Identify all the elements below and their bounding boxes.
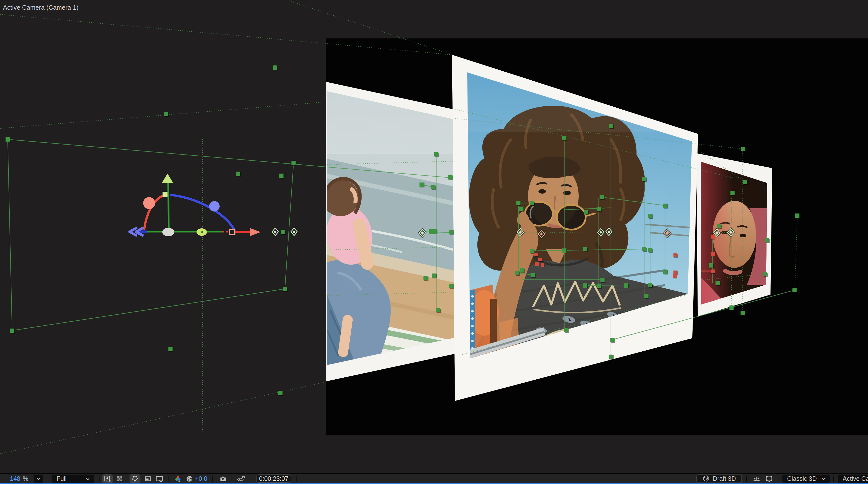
zoom-value[interactable]: 148 xyxy=(10,475,20,482)
layer-handle[interactable] xyxy=(519,206,524,211)
layer-handle[interactable] xyxy=(530,201,534,205)
resolution-menu[interactable]: Full xyxy=(52,474,94,484)
layer-handle[interactable] xyxy=(291,161,296,165)
camera-view-menu[interactable]: Active Came xyxy=(838,474,868,484)
layer-handle[interactable] xyxy=(597,284,601,288)
layer-handle[interactable] xyxy=(429,229,437,233)
layer-handle[interactable] xyxy=(609,355,613,359)
layer-handle-red[interactable] xyxy=(673,274,677,278)
layer-handle-red[interactable] xyxy=(534,253,538,256)
layer-handle[interactable] xyxy=(168,347,173,351)
magnification-value[interactable]: 148 % xyxy=(10,474,28,484)
layer-handle-red[interactable] xyxy=(535,262,539,266)
layer-handle[interactable] xyxy=(236,171,240,176)
layer-handle[interactable] xyxy=(434,152,438,157)
layer-handle[interactable] xyxy=(424,276,428,281)
layer-handle[interactable] xyxy=(283,287,287,291)
layer-handle[interactable] xyxy=(583,283,587,288)
fast-previews-button[interactable] xyxy=(102,474,113,483)
layer-handle[interactable] xyxy=(642,177,646,181)
layer-handle[interactable] xyxy=(795,214,800,218)
layer-handle[interactable] xyxy=(763,272,767,276)
layer-handle[interactable] xyxy=(648,248,652,252)
layer-handle[interactable] xyxy=(420,183,424,187)
layer-handle[interactable] xyxy=(663,269,667,274)
layer-handle[interactable] xyxy=(562,249,566,253)
reset-exposure-button[interactable] xyxy=(185,474,194,483)
layer-handle-red[interactable] xyxy=(711,269,715,273)
show-snapshot-button[interactable] xyxy=(235,474,247,483)
layer-handle[interactable] xyxy=(642,247,646,251)
layer-photo-middle[interactable]: Y xyxy=(452,55,698,444)
layer-handle[interactable] xyxy=(273,65,277,70)
layer-handle[interactable] xyxy=(432,273,436,278)
layer-handle[interactable] xyxy=(6,137,10,141)
magnification-menu-button[interactable] xyxy=(34,474,43,484)
layer-handle[interactable] xyxy=(278,391,283,395)
layer-handle[interactable] xyxy=(597,207,601,211)
layer-handle-red[interactable] xyxy=(674,270,677,274)
snapshot-button[interactable] xyxy=(218,474,228,483)
layer-handle[interactable] xyxy=(164,112,168,116)
layer-handle[interactable] xyxy=(611,338,615,342)
exposure-value[interactable]: +0,0 xyxy=(195,474,207,484)
layer-handle[interactable] xyxy=(731,191,735,195)
layer-handle[interactable] xyxy=(741,311,745,315)
layer-handle-red[interactable] xyxy=(674,253,677,257)
layer-handle[interactable] xyxy=(530,249,534,253)
layer-handle[interactable] xyxy=(600,195,604,199)
layer-handle[interactable] xyxy=(624,283,628,288)
layer-handle-red[interactable] xyxy=(541,263,545,267)
layer-handle[interactable] xyxy=(583,247,587,251)
color-management-button[interactable] xyxy=(172,474,184,483)
timecode-field[interactable]: 0:00:23:07 xyxy=(256,474,291,483)
layer-handle[interactable] xyxy=(281,230,285,234)
ground-plane-button[interactable] xyxy=(751,474,762,483)
eye-camera-icon xyxy=(236,475,246,483)
panel-active-indicator xyxy=(0,483,868,484)
layer-handle[interactable] xyxy=(648,283,652,287)
layer-handle[interactable] xyxy=(450,284,454,288)
layer-handle[interactable] xyxy=(10,328,14,333)
layer-handle[interactable] xyxy=(431,185,435,189)
region-of-interest-button[interactable] xyxy=(143,474,153,483)
layer-handle[interactable] xyxy=(709,263,713,267)
layer-handle[interactable] xyxy=(448,175,453,180)
chevron-down-icon xyxy=(35,476,42,482)
layer-handle[interactable] xyxy=(663,203,667,208)
camera-orbit-gizmo[interactable] xyxy=(129,173,260,236)
renderer-menu[interactable]: Classic 3D xyxy=(782,474,830,484)
layer-handle[interactable] xyxy=(717,224,721,228)
mask-visibility-button[interactable] xyxy=(129,474,141,483)
layer-handle[interactable] xyxy=(436,308,440,312)
layer-handle-red[interactable] xyxy=(538,258,542,261)
layer-handle[interactable] xyxy=(648,214,652,218)
draft-3d-toggle[interactable]: Draft 3D xyxy=(696,474,742,483)
safe-margins-button[interactable] xyxy=(154,474,165,483)
toolbar-separator xyxy=(778,476,778,482)
layer-handle[interactable] xyxy=(531,273,535,277)
layer-handle[interactable] xyxy=(600,278,605,282)
layer-handle[interactable] xyxy=(516,201,521,205)
layer-handle[interactable] xyxy=(564,328,568,332)
layer-handle[interactable] xyxy=(644,294,649,298)
layer-handle[interactable] xyxy=(584,210,588,215)
layer-photo-right[interactable] xyxy=(695,153,772,317)
layer-handle[interactable] xyxy=(793,288,797,292)
layer-handle[interactable] xyxy=(716,281,720,285)
layer-handle[interactable] xyxy=(562,136,566,140)
extended-viewer-button[interactable] xyxy=(763,474,776,483)
transparency-grid-button[interactable] xyxy=(115,474,125,483)
layer-handle[interactable] xyxy=(743,180,747,184)
layer-handle[interactable] xyxy=(609,124,613,128)
toolbar-separator xyxy=(99,476,99,482)
layer-handle[interactable] xyxy=(450,230,454,234)
layer-handle[interactable] xyxy=(765,238,769,243)
layer-handle-red[interactable] xyxy=(711,252,715,256)
layer-handle[interactable] xyxy=(730,305,734,310)
layer-handle[interactable] xyxy=(515,271,519,275)
layer-handle[interactable] xyxy=(741,147,745,151)
layer-handle-red[interactable] xyxy=(711,235,715,239)
layer-handle[interactable] xyxy=(279,173,284,178)
layer-handle[interactable] xyxy=(520,268,524,272)
